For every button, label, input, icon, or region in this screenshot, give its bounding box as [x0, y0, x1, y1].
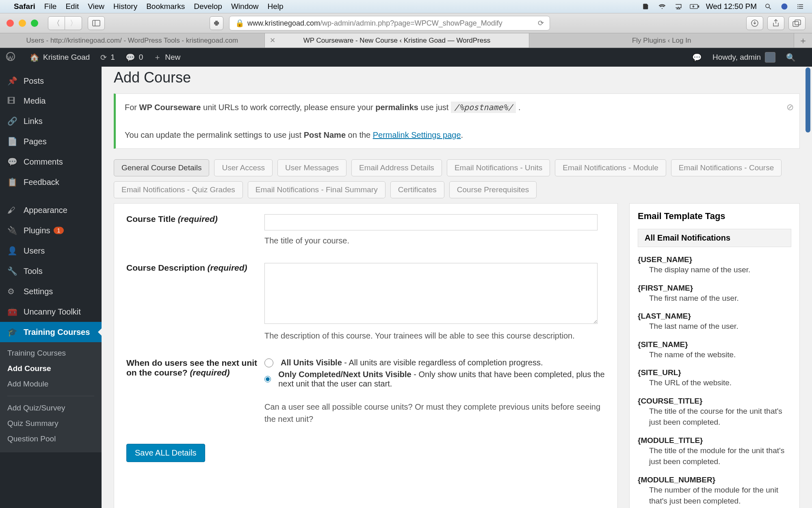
- sidebar-item-media[interactable]: 🎞Media: [0, 91, 102, 111]
- tab-general-course-details[interactable]: General Course Details: [114, 159, 209, 176]
- course-title-input[interactable]: [264, 214, 598, 230]
- new-tab-button[interactable]: ＋: [794, 33, 812, 48]
- menubar-history[interactable]: History: [113, 2, 137, 11]
- sidebar-item-posts[interactable]: 📌Posts: [0, 71, 102, 91]
- wrench-icon: 🔧: [7, 266, 18, 276]
- tab-email-notifications-final-summary[interactable]: Email Notifications - Final Summary: [248, 181, 385, 198]
- tab-email-notifications-quiz-grades[interactable]: Email Notifications - Quiz Grades: [114, 181, 243, 198]
- minimize-window-button[interactable]: [19, 20, 26, 27]
- side-panel-title: Email Template Tags: [638, 211, 791, 221]
- downloads-button[interactable]: [746, 16, 763, 30]
- updates-link[interactable]: ⟳1: [100, 53, 115, 62]
- new-link[interactable]: ＋New: [154, 52, 180, 63]
- content-scrollbar[interactable]: [805, 67, 811, 508]
- tab-email-notifications-module[interactable]: Email Notifications - Module: [555, 159, 666, 176]
- menubar-develop[interactable]: Develop: [194, 2, 222, 11]
- submenu-question-pool[interactable]: Question Pool: [0, 431, 102, 447]
- evernote-icon[interactable]: [641, 3, 651, 10]
- menubar-window[interactable]: Window: [231, 2, 259, 11]
- template-tag: {MODULE_NUMBER}The number of the module …: [638, 475, 791, 507]
- address-bar[interactable]: 🔒 www.kristinegoad.com/wp-admin/admin.ph…: [229, 16, 550, 30]
- airplay-icon[interactable]: [673, 3, 683, 10]
- save-all-button[interactable]: Save ALL Details: [126, 444, 205, 462]
- extension-button[interactable]: [210, 16, 223, 30]
- tab-email-notifications-course[interactable]: Email Notifications - Course: [671, 159, 782, 176]
- permalink-notice: For WP Courseware unit URLs to work corr…: [114, 93, 800, 149]
- wifi-icon[interactable]: [657, 3, 667, 10]
- browser-tab-2[interactable]: Fly Plugins ‹ Log In: [529, 33, 794, 48]
- tab-email-notifications-units[interactable]: Email Notifications - Units: [447, 159, 550, 176]
- courses-icon: 🎓: [7, 327, 18, 337]
- submenu-add-course[interactable]: Add Course: [0, 361, 102, 376]
- visibility-option-completed[interactable]: Only Completed/Next Units Visible - Only…: [264, 370, 605, 389]
- browser-tab-1[interactable]: ✕WP Courseware - New Course ‹ Kristine G…: [265, 33, 530, 48]
- sidebar-item-links[interactable]: 🔗Links: [0, 111, 102, 131]
- visibility-help: Can a user see all possible course units…: [264, 401, 605, 425]
- submenu-training-courses[interactable]: Training Courses: [0, 345, 102, 361]
- spotlight-icon[interactable]: [763, 3, 773, 10]
- howdy-user[interactable]: Howdy, admin: [712, 52, 775, 63]
- visibility-radio-completed[interactable]: [264, 375, 271, 384]
- maximize-window-button[interactable]: [31, 20, 38, 27]
- sidebar-item-settings[interactable]: ⚙Settings: [0, 281, 102, 302]
- menubar-bookmarks[interactable]: Bookmarks: [146, 2, 185, 11]
- sidebar-toggle-button[interactable]: [88, 16, 105, 30]
- tab-user-access[interactable]: User Access: [214, 159, 273, 176]
- menubar-edit[interactable]: Edit: [65, 2, 79, 11]
- sidebar-item-uncanny-toolkit[interactable]: 🧰Uncanny Toolkit: [0, 302, 102, 322]
- avatar: [765, 52, 775, 63]
- template-tag: {LAST_NAME}The last name of the user.: [638, 312, 791, 332]
- app-name[interactable]: Safari: [14, 2, 35, 11]
- share-button[interactable]: [767, 16, 784, 30]
- svg-point-4: [782, 4, 788, 10]
- user-icon: 👤: [7, 246, 18, 256]
- tabs-button[interactable]: [788, 16, 806, 30]
- browser-tab-0[interactable]: Users - http://kristinegoad.com/ - WordP…: [0, 33, 265, 48]
- dismiss-notice-button[interactable]: ⊘: [786, 100, 794, 115]
- sidebar-item-plugins[interactable]: 🔌Plugins1: [0, 220, 102, 241]
- pin-icon: 📌: [7, 76, 18, 86]
- comments-link[interactable]: 💬0: [126, 53, 143, 62]
- search-icon[interactable]: 🔍: [786, 53, 796, 62]
- visibility-label: When do users see the next unit on the c…: [126, 358, 264, 425]
- menubar-view[interactable]: View: [88, 2, 104, 11]
- menubar-help[interactable]: Help: [267, 2, 283, 11]
- scrollbar-thumb[interactable]: [806, 67, 810, 132]
- user-menu-icon[interactable]: [780, 3, 789, 10]
- wp-admin-sidebar: 📌Posts🎞Media🔗Links📄Pages💬Comments📋Feedba…: [0, 67, 102, 508]
- sidebar-item-tools[interactable]: 🔧Tools: [0, 261, 102, 281]
- tab-certificates[interactable]: Certificates: [390, 181, 444, 198]
- submenu-quiz-summary[interactable]: Quiz Summary: [0, 416, 102, 431]
- sidebar-item-appearance[interactable]: 🖌Appearance: [0, 200, 102, 220]
- tab-email-address-details[interactable]: Email Address Details: [351, 159, 442, 176]
- battery-icon[interactable]: [690, 3, 699, 10]
- back-button[interactable]: 〈: [48, 16, 65, 30]
- wp-logo[interactable]: [6, 52, 19, 63]
- link-icon: 🔗: [7, 116, 18, 126]
- forward-button[interactable]: 〉: [65, 16, 82, 30]
- visibility-option-all[interactable]: All Units Visible - All units are visibl…: [264, 358, 605, 367]
- sidebar-item-pages[interactable]: 📄Pages: [0, 131, 102, 152]
- clock[interactable]: Wed 12:50 PM: [706, 2, 757, 11]
- close-tab-icon[interactable]: ✕: [270, 36, 275, 45]
- sidebar-item-users[interactable]: 👤Users: [0, 241, 102, 261]
- tab-course-prerequisites[interactable]: Course Prerequisites: [449, 181, 537, 198]
- sidebar-item-comments[interactable]: 💬Comments: [0, 152, 102, 172]
- close-window-button[interactable]: [6, 20, 14, 27]
- sidebar-item-training-courses[interactable]: 🎓Training Courses: [0, 322, 102, 342]
- visibility-radio-all[interactable]: [264, 358, 273, 367]
- submenu-add-quiz-survey[interactable]: Add Quiz/Survey: [0, 400, 102, 416]
- permalink-settings-link[interactable]: Permalink Settings page: [373, 130, 461, 139]
- menubar-file[interactable]: File: [44, 2, 57, 11]
- course-desc-textarea[interactable]: [264, 263, 598, 324]
- sidebar-item-feedback[interactable]: 📋Feedback: [0, 172, 102, 192]
- submenu-add-module[interactable]: Add Module: [0, 376, 102, 392]
- site-link[interactable]: 🏠Kristine Goad: [30, 53, 90, 62]
- tab-user-messages[interactable]: User Messages: [277, 159, 346, 176]
- notifications-icon[interactable]: 💬: [692, 53, 702, 62]
- reload-icon[interactable]: ⟳: [538, 19, 544, 28]
- url-host: www.kristinegoad.com: [247, 19, 320, 28]
- brush-icon: 🖌: [7, 206, 18, 215]
- menu-list-icon[interactable]: [796, 3, 806, 10]
- email-template-tags-panel: Email Template Tags All Email Notificati…: [629, 203, 800, 508]
